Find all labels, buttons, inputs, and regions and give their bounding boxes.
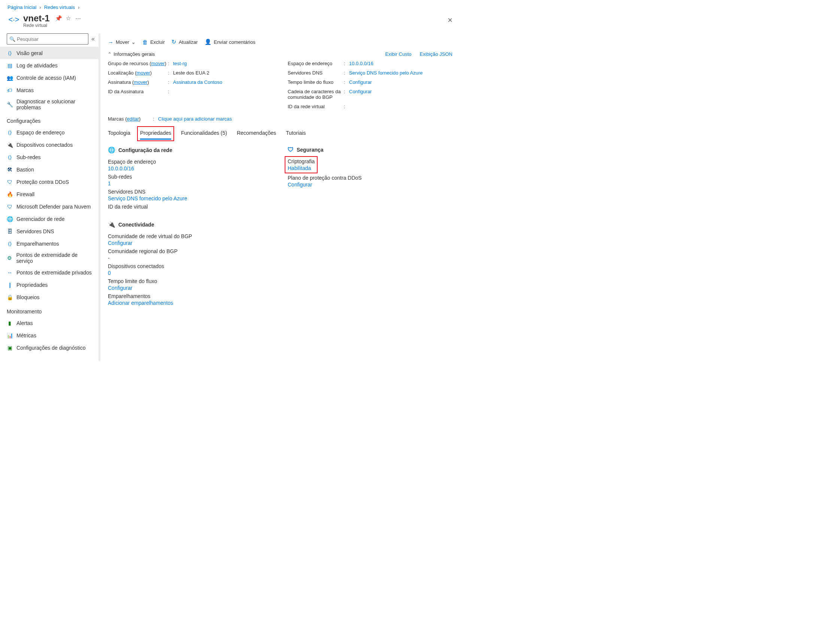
network-icon: 🌐 [108, 146, 115, 154]
tab-properties[interactable]: Propriedades [140, 128, 171, 138]
prop-label: Servidores DNS [108, 189, 273, 195]
bastion-icon: 🛠 [7, 167, 13, 173]
address-space-link[interactable]: 10.0.0.0/16 [108, 166, 134, 172]
show-cost-link[interactable]: Exibir Custo [386, 51, 412, 57]
flow-timeout-link[interactable]: Configurar [349, 79, 372, 85]
more-icon[interactable]: ⋯ [75, 15, 81, 22]
tab-tutorials[interactable]: Tutoriais [286, 128, 306, 140]
bgp-link[interactable]: Configurar [349, 89, 372, 100]
devices-link[interactable]: 0 [108, 270, 111, 276]
tab-topology[interactable]: Topologia [108, 128, 130, 140]
sidebar-item-diagnose[interactable]: 🔧Diagnosticar e solucionar problemas [0, 96, 100, 113]
add-tags-link[interactable]: Clique aqui para adicionar marcas [158, 116, 232, 122]
sidebar-item-subnets[interactable]: ⟨⟩Sub-redes [0, 151, 100, 163]
search-input[interactable]: 🔍 [7, 33, 88, 45]
refresh-button[interactable]: ↻Atualizar [172, 38, 198, 45]
page-title: vnet-1 [23, 13, 50, 24]
scrollbar[interactable] [98, 33, 100, 361]
sidebar-item-netmgr[interactable]: 🌐Gerenciador de rede [0, 213, 100, 225]
pin-icon[interactable]: 📌 [56, 15, 62, 22]
section-connectivity: 🔌Conectividade [108, 221, 273, 228]
resource-group-link[interactable]: test-rg [173, 61, 187, 66]
sidebar-item-label: Servidores DNS [17, 228, 54, 234]
sidebar-item-privendpts[interactable]: ↔Pontos de extremidade privados [0, 266, 100, 278]
chevron-up-icon[interactable]: ⌃ [108, 52, 111, 57]
subscription-link[interactable]: Assinatura da Contoso [173, 79, 223, 85]
breadcrumb-vnets[interactable]: Redes virtuais [44, 5, 75, 10]
tab-capabilities[interactable]: Funcionalidades (5) [181, 128, 227, 140]
sidebar-item-label: Log de atividades [17, 63, 58, 69]
sidebar-item-bastion[interactable]: 🛠Bastion [0, 163, 100, 175]
address-space-link[interactable]: 10.0.0.0/16 [349, 61, 374, 66]
sidebar-item-label: Firewall [17, 191, 34, 197]
collapse-icon[interactable]: « [91, 35, 95, 42]
sidebar-item-dns[interactable]: 🗄Servidores DNS [0, 225, 100, 237]
sidebar-group-settings: Configurações [0, 113, 100, 126]
chevron-right-icon: › [78, 5, 79, 10]
star-icon[interactable]: ☆ [66, 15, 72, 22]
sidebar-item-svcendpts[interactable]: ⚙Pontos de extremidade de serviço [0, 250, 100, 266]
sidebar-item-activity[interactable]: ▤Log de atividades [0, 59, 100, 72]
feedback-icon: 👤 [204, 38, 212, 45]
dns-link[interactable]: Serviço DNS fornecido pelo Azure [349, 70, 423, 75]
sidebar-item-peerings[interactable]: ⟨⟩Emparelhamentos [0, 237, 100, 250]
ddos-link[interactable]: Configurar [287, 181, 312, 188]
trash-icon: 🗑 [142, 39, 148, 45]
move-button[interactable]: →Mover⌄ [108, 39, 135, 45]
properties-icon: ∥ [7, 282, 13, 288]
bgp-vnet-link[interactable]: Configurar [108, 240, 132, 246]
essentials-section: ⌃ Informações gerais Exibir Custo Exibiç… [108, 51, 452, 122]
breadcrumb-home[interactable]: Página Inicial [8, 5, 36, 10]
vnet-icon: ⟨⟩ [7, 50, 13, 56]
dns-link[interactable]: Serviço DNS fornecido pelo Azure [108, 195, 187, 201]
network-icon: 🌐 [7, 216, 13, 222]
encryption-status-link[interactable]: Habilitada [287, 165, 311, 171]
delete-button[interactable]: 🗑Excluir [142, 39, 165, 45]
subnets-link[interactable]: 1 [108, 180, 111, 186]
sidebar-item-overview[interactable]: ⟨⟩Visão geral [0, 47, 100, 59]
sidebar-item-label: Emparelhamentos [17, 241, 59, 247]
tab-recommendations[interactable]: Recomendações [237, 128, 276, 140]
flow-link[interactable]: Configurar [108, 285, 132, 291]
sidebar-item-metrics[interactable]: 📊Métricas [0, 329, 100, 341]
sidebar-item-defender[interactable]: 🛡Microsoft Defender para Nuvem [0, 200, 100, 213]
sidebar-item-properties[interactable]: ∥Propriedades [0, 278, 100, 291]
essentials-label: Assinatura (mover) [108, 79, 168, 85]
move-link[interactable]: mover [151, 61, 165, 66]
sidebar-item-label: Microsoft Defender para Nuvem [17, 204, 91, 210]
edit-tags-link[interactable]: editar [127, 116, 139, 122]
sidebar-item-label: Pontos de extremidade de serviço [17, 252, 93, 264]
firewall-icon: 🔥 [7, 191, 13, 197]
sidebar-item-diagset[interactable]: ▣Configurações de diagnóstico [0, 341, 100, 354]
move-link[interactable]: mover [137, 70, 150, 75]
sidebar-item-devices[interactable]: 🔌Dispositivos conectados [0, 138, 100, 151]
dns-icon: 🗄 [7, 228, 13, 234]
json-view-link[interactable]: Exibição JSON [420, 51, 452, 57]
prop-label: Plano de proteção contra DDoS [287, 175, 452, 181]
sidebar-item-tags[interactable]: 🏷Marcas [0, 84, 100, 96]
resource-type-label: Rede virtual [23, 23, 81, 28]
essentials-label: Servidores DNS [287, 70, 344, 75]
sidebar-item-locks[interactable]: 🔒Bloqueios [0, 291, 100, 303]
address-icon: ⟨⟩ [7, 129, 13, 135]
sidebar-item-label: Configurações de diagnóstico [17, 345, 85, 351]
essentials-header: Informações gerais [114, 51, 155, 57]
feedback-button[interactable]: 👤Enviar comentários [204, 38, 255, 45]
sidebar-item-alerts[interactable]: ▮Alertas [0, 317, 100, 329]
log-icon: ▤ [7, 63, 13, 69]
add-peerings-link[interactable]: Adicionar emparelhamentos [108, 300, 173, 306]
move-link[interactable]: mover [134, 79, 147, 85]
metrics-icon: 📊 [7, 332, 13, 338]
sidebar-item-iam[interactable]: 👥Controle de acesso (IAM) [0, 72, 100, 84]
sidebar-item-firewall[interactable]: 🔥Firewall [0, 188, 100, 200]
close-icon[interactable]: × [447, 15, 452, 25]
sidebar-item-ddos[interactable]: 🛡Proteção contra DDoS [0, 175, 100, 188]
essentials-label: Grupo de recursos (mover) [108, 61, 168, 66]
essentials-label: ID da rede virtual [287, 104, 344, 109]
sidebar-item-address[interactable]: ⟨⟩Espaço de endereço [0, 126, 100, 138]
sidebar-item-label: Marcas [17, 87, 34, 93]
chevron-right-icon: › [39, 5, 41, 10]
page-header: <·> vnet-1 📌 ☆ ⋯ Rede virtual × [0, 13, 460, 33]
tags-label: Marcas (editar) [108, 116, 153, 122]
sidebar-item-label: Gerenciador de rede [17, 216, 65, 222]
